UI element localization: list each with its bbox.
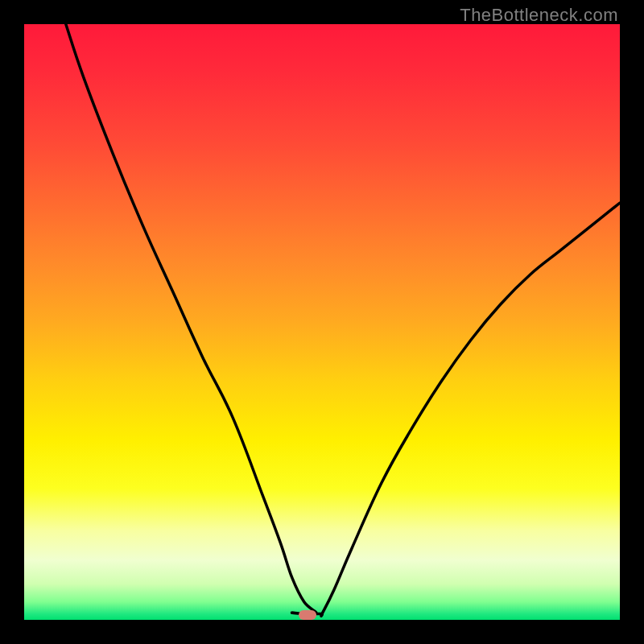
optimum-marker: [299, 610, 316, 620]
curve-path: [66, 24, 620, 616]
watermark-text: TheBottleneck.com: [460, 5, 618, 26]
plot-area: [24, 24, 620, 620]
chart-container: TheBottleneck.com: [0, 0, 644, 644]
bottleneck-curve: [24, 24, 620, 620]
